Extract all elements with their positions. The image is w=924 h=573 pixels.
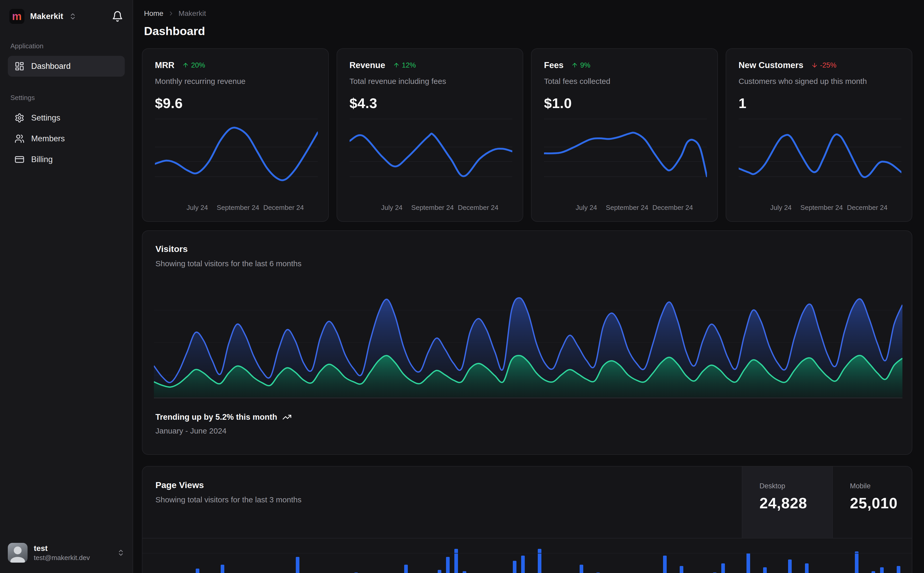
page-views-bar: [763, 567, 767, 573]
page-views-toggle-mobile[interactable]: Mobile25,010: [832, 467, 912, 538]
page-views-bar: [747, 553, 750, 573]
trending-up-icon: [282, 412, 292, 422]
toggle-label: Mobile: [850, 482, 907, 490]
chart-gridline: [143, 553, 912, 554]
sidebar-item-label: Members: [31, 134, 65, 143]
stat-card-title: Revenue: [350, 60, 386, 70]
sparkline-x-axis: July 24September 24December 24: [350, 204, 513, 213]
page-views-bar: [897, 566, 900, 573]
stat-card-new-customers: New Customers-25%Customers who signed up…: [726, 48, 913, 222]
axis-tick-label: September 24: [800, 204, 842, 212]
sidebar-nav: ApplicationDashboardSettingsSettingsMemb…: [8, 25, 125, 170]
stat-card-description: Total fees collected: [544, 77, 705, 86]
page-views-bar: [296, 557, 300, 573]
sparkline-x-axis: July 24September 24December 24: [155, 204, 318, 213]
page-views-bar-chart: [154, 539, 900, 573]
visitors-area-chart: [154, 284, 902, 401]
axis-tick-label: September 24: [411, 204, 453, 212]
page-views-bar: [580, 565, 583, 573]
stat-card-description: Total revenue including fees: [350, 77, 510, 86]
sparkline-x-axis: July 24September 24December 24: [739, 204, 902, 213]
sidebar-item-label: Settings: [31, 113, 60, 123]
toggle-value: 25,010: [850, 494, 907, 512]
page-views-bar: [454, 549, 458, 573]
sidebar-item-members[interactable]: Members: [8, 128, 125, 149]
stat-card-value: $4.3: [350, 95, 510, 111]
sidebar-item-label: Dashboard: [31, 61, 71, 71]
stat-card-grid: MRR20%Monthly recurring revenue$9.6July …: [142, 48, 912, 222]
main-content: Home Makerkit Dashboard MRR20%Monthly re…: [133, 0, 924, 573]
trend-badge-value: 9%: [580, 61, 590, 69]
dashboard-icon: [14, 61, 24, 71]
page-title: Dashboard: [144, 24, 912, 38]
axis-tick-label: July 24: [576, 204, 597, 212]
trend-badge-value: 12%: [402, 61, 416, 69]
stat-card-sparkline: [739, 116, 902, 194]
visitors-date-range: January - June 2024: [155, 426, 899, 435]
arrow-down-icon: [811, 62, 818, 69]
axis-tick-label: December 24: [263, 204, 304, 212]
workspace-selector[interactable]: m Makerkit: [8, 8, 125, 25]
arrow-up-icon: [182, 62, 189, 69]
page-views-title: Page Views: [155, 480, 729, 490]
page-views-bar: [521, 556, 525, 573]
sparkline-x-axis: July 24September 24December 24: [544, 204, 707, 213]
notifications-bell-icon[interactable]: [112, 11, 123, 22]
toggle-value: 24,828: [759, 494, 827, 512]
page-views-card: Page Views Showing total visitors for th…: [142, 466, 912, 573]
settings-icon: [14, 113, 24, 123]
page-views-subtitle: Showing total visitors for the last 3 mo…: [155, 495, 729, 504]
page-views-bar: [805, 564, 809, 573]
axis-tick-label: December 24: [458, 204, 498, 212]
trend-badge: 9%: [571, 61, 590, 69]
chevron-up-down-icon: [69, 13, 77, 20]
stat-card-mrr: MRR20%Monthly recurring revenue$9.6July …: [142, 48, 329, 222]
breadcrumb-current: Makerkit: [179, 9, 206, 18]
trend-badge-value: 20%: [191, 61, 205, 69]
stat-card-fees: Fees9%Total fees collected$1.0July 24Sep…: [531, 48, 718, 222]
page-views-bar: [880, 567, 884, 573]
page-views-bar: [438, 570, 441, 573]
sidebar-section-label: Settings: [10, 94, 122, 102]
stat-card-revenue: Revenue12%Total revenue including fees$4…: [337, 48, 524, 222]
sidebar-item-settings[interactable]: Settings: [8, 108, 125, 128]
page-views-bar: [538, 549, 541, 573]
visitors-title: Visitors: [155, 244, 899, 254]
trend-badge: 20%: [182, 61, 205, 69]
toggle-label: Desktop: [759, 482, 827, 490]
page-views-toggle-desktop[interactable]: Desktop24,828: [742, 467, 832, 538]
breadcrumb-home-link[interactable]: Home: [144, 9, 163, 18]
axis-tick-label: September 24: [606, 204, 648, 212]
stat-card-title: MRR: [155, 60, 174, 70]
user-avatar: [8, 543, 28, 563]
users-icon: [14, 134, 24, 144]
stat-card-value: 1: [739, 95, 900, 111]
user-email: test@makerkit.dev: [34, 554, 90, 561]
page-views-bar: [221, 565, 224, 573]
sidebar-item-dashboard[interactable]: Dashboard: [8, 56, 125, 77]
axis-tick-label: July 24: [187, 204, 208, 212]
sidebar-item-billing[interactable]: Billing: [8, 149, 125, 170]
stat-card-sparkline: [350, 116, 513, 194]
stat-card-sparkline: [544, 116, 707, 194]
page-views-toggle-group: Desktop24,828Mobile25,010: [742, 467, 912, 538]
user-menu[interactable]: test test@makerkit.dev: [8, 543, 125, 563]
axis-tick-label: July 24: [770, 204, 791, 212]
page-views-bar: [513, 561, 516, 573]
page-views-bar: [446, 557, 450, 573]
user-name: test: [34, 545, 90, 552]
axis-tick-label: December 24: [847, 204, 887, 212]
stat-card-title: Fees: [544, 60, 563, 70]
arrow-up-icon: [393, 62, 400, 69]
axis-tick-label: September 24: [217, 204, 259, 212]
stat-card-sparkline: [155, 116, 318, 194]
stat-card-value: $1.0: [544, 95, 705, 111]
arrow-up-icon: [571, 62, 578, 69]
page-views-bar: [872, 571, 875, 573]
app-logo: m: [9, 9, 24, 24]
breadcrumb: Home Makerkit: [142, 9, 912, 18]
chevron-up-down-icon: [117, 549, 125, 557]
stat-card-description: Customers who signed up this month: [739, 77, 900, 86]
workspace-name: Makerkit: [30, 12, 63, 21]
page-views-bar: [721, 564, 725, 573]
